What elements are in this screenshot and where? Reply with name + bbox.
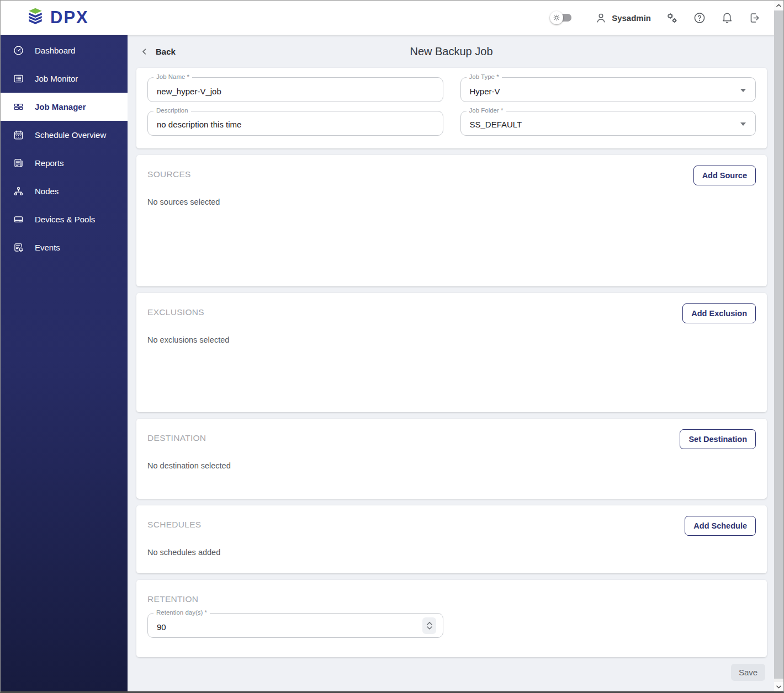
sidebar-item-label: Devices & Pools (35, 215, 95, 224)
back-button[interactable]: Back (140, 47, 176, 56)
user-name: Sysadmin (612, 13, 651, 23)
sidebar-item-label: Reports (35, 158, 64, 168)
schedules-empty-text: No schedules added (147, 548, 756, 557)
job-details-card: Job Name * Job Type * Description Job Fo… (136, 68, 767, 148)
save-button[interactable]: Save (731, 664, 765, 681)
add-exclusion-button[interactable]: Add Exclusion (682, 303, 756, 323)
notifications-bell-icon[interactable] (721, 11, 734, 24)
chevron-down-icon (776, 685, 781, 689)
add-schedule-button[interactable]: Add Schedule (685, 516, 756, 536)
help-icon[interactable] (693, 11, 706, 24)
nodes-icon (13, 185, 24, 197)
schedule-overview-icon (13, 129, 24, 141)
brand-name: DPX (50, 8, 89, 28)
sidebar-item-label: Dashboard (35, 46, 75, 55)
page-header: Back New Backup Job (128, 35, 775, 68)
sidebar-item-label: Job Monitor (35, 74, 78, 83)
sidebar-item-label: Events (35, 243, 60, 252)
job-name-field[interactable]: Job Name * (147, 77, 443, 102)
reports-icon (13, 157, 24, 169)
sidebar-item-schedule-overview[interactable]: Schedule Overview (1, 121, 128, 149)
app-window: DPX Sysad (0, 0, 784, 693)
add-source-button[interactable]: Add Source (693, 166, 756, 185)
vertical-scrollbar[interactable] (774, 1, 783, 691)
main-content: Back New Backup Job Job Name * Job Type … (128, 35, 775, 693)
sidebar-item-devices-pools[interactable]: Devices & Pools (1, 205, 128, 233)
sidebar-item-reports[interactable]: Reports (1, 149, 128, 177)
job-name-label: Job Name * (153, 73, 192, 80)
job-monitor-icon (13, 73, 24, 84)
scrollbar-thumb[interactable] (774, 10, 783, 679)
stepper-down-icon (427, 626, 432, 630)
retention-title: RETENTION (147, 591, 756, 604)
back-label: Back (156, 47, 176, 56)
sidebar-item-label: Job Manager (35, 102, 86, 111)
description-input[interactable] (157, 117, 434, 129)
retention-days-label: Retention day(s) * (153, 609, 210, 616)
top-bar: DPX Sysad (1, 1, 783, 35)
chevron-left-icon (140, 47, 149, 56)
gear-toggle-thumb (550, 11, 563, 24)
sidebar-item-events[interactable]: Events (1, 233, 128, 262)
job-folder-select[interactable]: Job Folder * (460, 111, 756, 136)
retention-card: RETENTION Retention day(s) * (136, 580, 767, 657)
job-name-input[interactable] (157, 84, 434, 96)
exclusions-empty-text: No exclusions selected (147, 335, 756, 344)
sidebar-item-label: Nodes (35, 186, 59, 196)
logout-icon[interactable] (748, 11, 761, 24)
job-type-label: Job Type * (467, 73, 502, 80)
dashboard-icon (13, 45, 24, 56)
devices-pools-icon (13, 214, 24, 225)
top-bar-actions: Sysadmin (550, 1, 761, 35)
user-menu[interactable]: Sysadmin (594, 11, 651, 24)
sidebar-item-label: Schedule Overview (35, 130, 106, 140)
destination-title: DESTINATION (147, 430, 756, 443)
job-type-select[interactable]: Job Type * (460, 77, 756, 102)
user-icon (594, 11, 607, 24)
schedules-card: SCHEDULES Add Schedule No schedules adde… (136, 505, 767, 573)
description-field[interactable]: Description (147, 111, 443, 136)
dpx-logo[interactable]: DPX (25, 7, 89, 29)
sources-card: SOURCES Add Source No sources selected (136, 155, 767, 286)
scroll-up-button[interactable] (774, 1, 783, 10)
stepper-up-icon (427, 622, 432, 625)
sidebar-item-job-manager[interactable]: Job Manager (1, 93, 128, 121)
footer-actions: Save (128, 664, 765, 681)
dropdown-caret-icon (740, 89, 746, 92)
exclusions-title: EXCLUSIONS (147, 304, 756, 317)
job-folder-label: Job Folder * (467, 107, 506, 114)
sidebar-item-dashboard[interactable]: Dashboard (1, 36, 128, 65)
sources-empty-text: No sources selected (147, 198, 756, 206)
job-folder-value[interactable] (470, 117, 747, 129)
dropdown-caret-icon (740, 122, 746, 126)
retention-days-input[interactable] (157, 620, 434, 632)
scroll-down-button[interactable] (774, 682, 783, 691)
dpx-logo-icon (25, 7, 45, 29)
chevron-up-icon (776, 4, 781, 7)
sources-title: SOURCES (147, 166, 756, 179)
job-type-value[interactable] (470, 84, 747, 96)
retention-days-field[interactable]: Retention day(s) * (147, 613, 443, 638)
schedules-title: SCHEDULES (147, 516, 756, 530)
page-title: New Backup Job (410, 45, 492, 58)
settings-toggle[interactable] (550, 11, 572, 24)
description-label: Description (153, 107, 191, 114)
gear-icon (553, 14, 560, 22)
sidebar-item-nodes[interactable]: Nodes (1, 177, 128, 205)
exclusions-card: EXCLUSIONS Add Exclusion No exclusions s… (136, 293, 767, 412)
sidebar-item-job-monitor[interactable]: Job Monitor (1, 65, 128, 93)
number-stepper[interactable] (422, 617, 436, 634)
destination-card: DESTINATION Set Destination No destinati… (136, 419, 767, 499)
events-icon (13, 242, 24, 253)
sidebar: Dashboard Job Monitor Job Manager Schedu… (1, 35, 128, 693)
destination-empty-text: No destination selected (147, 461, 756, 470)
set-destination-button[interactable]: Set Destination (680, 429, 756, 449)
job-manager-icon (13, 101, 24, 113)
manage-settings-icon[interactable] (665, 11, 679, 24)
